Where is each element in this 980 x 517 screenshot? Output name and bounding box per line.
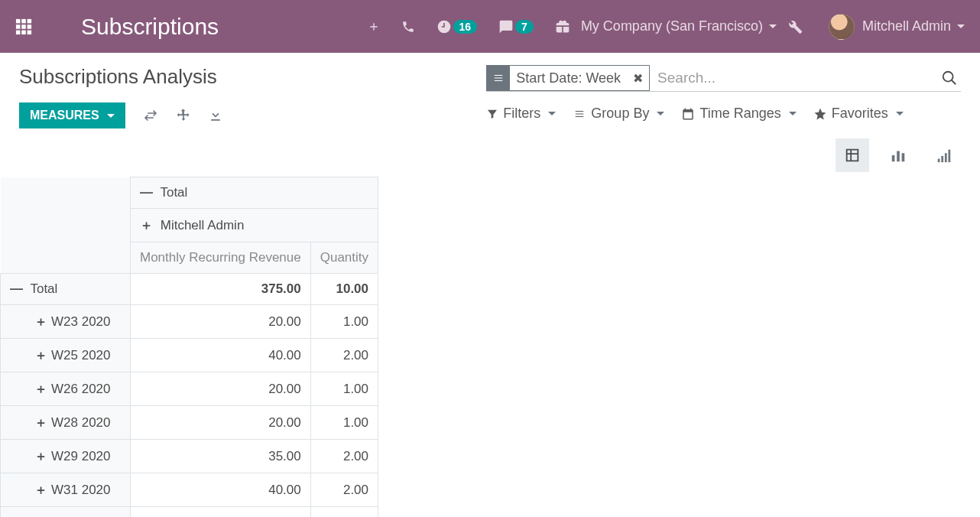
mrr-cell[interactable]: 35.00 bbox=[131, 440, 311, 473]
mrr-cell[interactable]: 40.00 bbox=[131, 473, 311, 507]
plus-icon: ＋ bbox=[34, 414, 47, 431]
pivot-table: — Total ＋ Mitchell Admin Monthly Recurri… bbox=[0, 177, 378, 517]
plus-icon: ＋ bbox=[34, 447, 47, 465]
row-label: W29 2020 bbox=[51, 449, 111, 463]
qty-cell[interactable]: 1.00 bbox=[310, 507, 378, 518]
groupby-label: Group By bbox=[591, 106, 649, 122]
filters-dropdown[interactable]: Filters bbox=[486, 106, 556, 122]
svg-rect-14 bbox=[938, 159, 940, 163]
row-header[interactable]: ＋W31 2020 bbox=[1, 473, 131, 507]
svg-rect-2 bbox=[28, 18, 32, 23]
page-title: Subscriptions Analysis bbox=[19, 65, 471, 89]
minus-icon: — bbox=[10, 281, 22, 297]
plus-icon: ＋ bbox=[140, 216, 152, 234]
row-label: W23 2020 bbox=[51, 314, 111, 329]
mrr-cell[interactable]: 20.00 bbox=[131, 305, 311, 339]
svg-rect-13 bbox=[902, 153, 905, 161]
caret-down-icon bbox=[957, 24, 965, 28]
mrr-cell[interactable]: 40.00 bbox=[131, 339, 311, 372]
timeranges-dropdown[interactable]: Time Ranges bbox=[681, 106, 796, 122]
col-total-header[interactable]: — Total bbox=[131, 177, 378, 209]
qty-cell[interactable]: 1.00 bbox=[310, 372, 378, 406]
expand-icon bbox=[176, 108, 191, 123]
phone-button[interactable] bbox=[401, 20, 415, 34]
flip-axis-button[interactable] bbox=[142, 109, 159, 122]
table-row: ＋W31 202040.002.00 bbox=[1, 473, 378, 507]
svg-rect-11 bbox=[892, 155, 895, 161]
barchart-view-button[interactable] bbox=[881, 138, 915, 172]
caret-down-icon bbox=[657, 112, 664, 115]
plus-icon: ＋ bbox=[34, 380, 47, 398]
company-name: My Company (San Francisco) bbox=[581, 18, 763, 34]
swap-icon bbox=[142, 109, 159, 122]
debug-button[interactable] bbox=[787, 19, 803, 34]
groupby-dropdown[interactable]: Group By bbox=[573, 106, 664, 122]
row-total-header[interactable]: — Total bbox=[1, 274, 131, 305]
svg-rect-16 bbox=[945, 153, 947, 162]
svg-rect-7 bbox=[21, 30, 26, 34]
company-selector[interactable]: My Company (San Francisco) bbox=[581, 18, 777, 34]
facet-handle-icon[interactable] bbox=[487, 66, 510, 90]
qty-cell[interactable]: 2.00 bbox=[310, 473, 378, 507]
mrr-cell[interactable]: 20.00 bbox=[131, 372, 311, 406]
measures-button[interactable]: MEASURES bbox=[19, 102, 125, 128]
gift-icon bbox=[555, 19, 570, 34]
plus-icon bbox=[368, 21, 380, 33]
row-header[interactable]: ＋W33 2020 bbox=[1, 507, 131, 518]
svg-rect-1 bbox=[21, 18, 26, 23]
svg-rect-4 bbox=[21, 24, 26, 29]
svg-point-9 bbox=[943, 72, 953, 82]
qty-cell[interactable]: 1.00 bbox=[310, 406, 378, 440]
row-header[interactable]: ＋W25 2020 bbox=[1, 339, 131, 372]
mrr-cell[interactable]: 200.00 bbox=[131, 507, 311, 518]
qty-cell[interactable]: 2.00 bbox=[310, 440, 378, 473]
row-header[interactable]: ＋W29 2020 bbox=[1, 440, 131, 473]
total-qty-cell[interactable]: 10.00 bbox=[310, 274, 378, 305]
table-row: ＋W26 202020.001.00 bbox=[1, 372, 378, 406]
funnel-icon bbox=[486, 108, 498, 120]
qty-cell[interactable]: 1.00 bbox=[310, 305, 378, 339]
star-icon bbox=[813, 107, 827, 121]
activities-button[interactable]: 16 bbox=[436, 19, 478, 34]
messages-button[interactable]: 7 bbox=[498, 19, 534, 34]
search-icon bbox=[941, 70, 958, 86]
row-header[interactable]: ＋W23 2020 bbox=[1, 305, 131, 339]
user-menu[interactable]: Mitchell Admin bbox=[829, 14, 965, 40]
row-label: W31 2020 bbox=[51, 483, 111, 497]
row-label: W26 2020 bbox=[51, 382, 111, 396]
total-mrr-cell[interactable]: 375.00 bbox=[131, 274, 311, 305]
search-input[interactable] bbox=[650, 67, 938, 89]
plus-icon: ＋ bbox=[34, 313, 47, 330]
table-row: ＋W28 202020.001.00 bbox=[1, 406, 378, 440]
expand-all-button[interactable] bbox=[176, 108, 191, 123]
gift-button[interactable] bbox=[555, 19, 570, 34]
facet-remove-button[interactable]: ✖ bbox=[627, 66, 649, 90]
plus-icon: ＋ bbox=[34, 481, 47, 499]
top-nav: Subscriptions 16 7 My Company (San Franc… bbox=[0, 0, 980, 53]
new-button[interactable] bbox=[368, 21, 380, 33]
caret-down-icon bbox=[789, 112, 797, 115]
phone-icon bbox=[401, 20, 415, 34]
search-box: Start Date: Week ✖ bbox=[486, 65, 961, 92]
list-icon bbox=[573, 109, 586, 119]
apps-menu[interactable] bbox=[15, 18, 32, 35]
download-button[interactable] bbox=[208, 108, 223, 123]
download-icon bbox=[208, 108, 223, 123]
search-button[interactable] bbox=[938, 70, 961, 86]
activities-badge: 16 bbox=[453, 20, 478, 34]
filters-label: Filters bbox=[503, 106, 540, 122]
table-row: ＋W23 202020.001.00 bbox=[1, 305, 378, 339]
svg-rect-6 bbox=[16, 30, 21, 34]
dashboard-view-button[interactable] bbox=[927, 138, 961, 172]
app-title[interactable]: Subscriptions bbox=[81, 14, 219, 40]
svg-line-10 bbox=[952, 80, 956, 85]
table-icon bbox=[844, 147, 861, 164]
favorites-dropdown[interactable]: Favorites bbox=[813, 106, 904, 122]
col-group-header[interactable]: ＋ Mitchell Admin bbox=[131, 209, 378, 242]
caret-down-icon bbox=[769, 24, 777, 28]
row-header[interactable]: ＋W28 2020 bbox=[1, 406, 131, 440]
qty-cell[interactable]: 2.00 bbox=[310, 339, 378, 372]
mrr-cell[interactable]: 20.00 bbox=[131, 406, 311, 440]
row-header[interactable]: ＋W26 2020 bbox=[1, 372, 131, 406]
pivot-view-button[interactable] bbox=[836, 138, 869, 172]
